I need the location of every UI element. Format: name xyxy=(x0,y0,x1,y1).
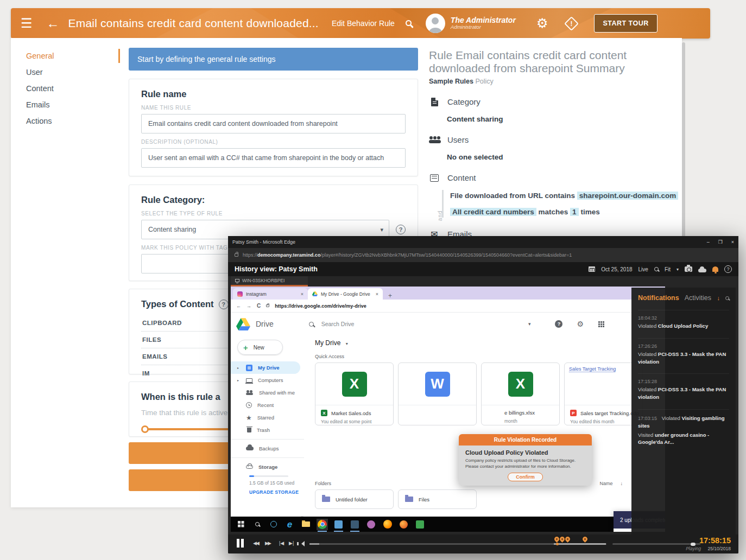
pause-button[interactable] xyxy=(237,539,244,548)
avatar[interactable] xyxy=(426,14,445,33)
sidebar-item-general[interactable]: General xyxy=(26,48,118,64)
apps-grid-icon[interactable] xyxy=(598,321,604,327)
start-button[interactable] xyxy=(235,519,246,530)
window-close-button[interactable]: × xyxy=(731,239,734,245)
drive-search[interactable]: Search Drive xyxy=(309,321,355,327)
confirm-button[interactable]: Confirm xyxy=(508,473,543,481)
prev-event-button[interactable]: |◀ xyxy=(279,540,284,546)
file-card-market-sales[interactable]: X XMarket Sales.ods You edited at some p… xyxy=(315,362,394,425)
sidebar-item-my-drive[interactable]: ▸ My Drive xyxy=(231,361,300,374)
back-nav-icon[interactable]: ← xyxy=(236,303,241,309)
breadcrumb: Edit Behavior Rule xyxy=(332,19,395,28)
fit-chevron-icon: ▾ xyxy=(677,267,679,272)
forward-nav-icon[interactable]: ← xyxy=(246,303,251,309)
draw-app-icon[interactable] xyxy=(365,519,377,530)
browser-ball-icon[interactable] xyxy=(398,519,409,530)
sidebar-item-recent[interactable]: Recent xyxy=(231,399,304,411)
screenshot-camera-icon[interactable] xyxy=(685,266,692,272)
notification-item[interactable]: 18:04:32 Violated Cloud Upload Policy xyxy=(638,310,729,330)
user-block[interactable]: The Administrator Administrator xyxy=(451,16,516,30)
rule-description-input[interactable]: User sent an email with a CC# that came … xyxy=(141,148,406,168)
sidebar-item-content[interactable]: Content xyxy=(26,80,118,97)
drive-logo-icon[interactable] xyxy=(236,318,250,330)
help-chat-icon[interactable]: ? xyxy=(724,265,732,273)
condition-url: File downloaded from URL contains sharep… xyxy=(450,190,687,201)
sidebar-item-actions[interactable]: Actions xyxy=(26,113,118,129)
search-icon[interactable] xyxy=(725,296,729,300)
edge-window-titlebar[interactable]: Patsy Smith - Microsoft Edge – ❐ × xyxy=(228,236,738,248)
sidebar-item-starred[interactable]: ★ Starred xyxy=(231,411,304,424)
violation-pin-icon[interactable] xyxy=(564,535,572,544)
new-button[interactable]: + New xyxy=(237,340,283,355)
rule-name-input[interactable]: Email contains credit card content downl… xyxy=(141,114,406,133)
help-icon[interactable]: ? xyxy=(396,225,406,234)
fit-select[interactable]: Fit xyxy=(665,266,671,272)
start-tour-button[interactable]: START TOUR xyxy=(594,14,657,33)
calendar-icon[interactable] xyxy=(589,266,595,272)
new-tab-button[interactable]: + xyxy=(388,292,392,300)
tab-close-icon[interactable]: × xyxy=(376,291,378,297)
slider-knob[interactable] xyxy=(141,425,149,433)
settings-gear-icon[interactable]: ⚙ xyxy=(536,16,548,31)
sort-down-icon[interactable]: ↓ xyxy=(717,295,720,301)
tab-notifications[interactable]: Notifications xyxy=(638,294,679,302)
volume-icon[interactable] xyxy=(299,541,305,546)
folder-card-untitled[interactable]: Untitled folder xyxy=(315,489,394,509)
drive-settings-icon[interactable]: ⚙ xyxy=(577,320,584,328)
violation-pin-icon[interactable] xyxy=(581,535,590,544)
window-restore-button[interactable]: ❐ xyxy=(718,239,723,245)
tab-close-icon[interactable]: × xyxy=(301,291,304,297)
help-icon[interactable]: ? xyxy=(219,300,229,309)
notification-item[interactable]: 17:03:15 Violated Visiting gambling site… xyxy=(638,409,729,446)
back-icon[interactable]: ← xyxy=(47,16,60,31)
drive-header: Drive Search Drive ▾ ? ⚙ xyxy=(231,313,665,335)
drive-url[interactable]: https://drive.google.com/drive/my-drive xyxy=(275,303,366,309)
next-event-button[interactable]: ▶| xyxy=(289,540,294,546)
drive-sidebar: + New ▸ My Drive ▸ Computers Shared with… xyxy=(231,335,304,532)
menu-icon[interactable]: ☰ xyxy=(21,16,33,31)
calc-app-icon[interactable] xyxy=(414,519,426,530)
search-icon[interactable] xyxy=(406,18,412,28)
tab-instagram[interactable]: Instagram × xyxy=(233,288,308,300)
warning-diamond-icon[interactable]: ! xyxy=(564,16,579,31)
zoom-icon[interactable] xyxy=(654,267,659,271)
fast-forward-button[interactable]: ▶▶ xyxy=(265,540,270,546)
edge-icon[interactable]: e xyxy=(284,519,295,530)
edge-address-bar[interactable]: https://democompany.teramind.co/player#/… xyxy=(228,248,738,262)
file-card-word-doc[interactable]: W xyxy=(398,362,477,425)
sort-control[interactable]: Name ↓ xyxy=(599,481,623,486)
computer-tab[interactable]: WIN-03SKHORBPEI xyxy=(231,276,308,287)
url-prefix: https:// xyxy=(243,252,257,258)
rewind-button[interactable]: ◀◀ xyxy=(253,540,258,546)
export-cloud-icon[interactable] xyxy=(698,269,706,272)
cortana-icon[interactable] xyxy=(268,519,279,530)
notification-item[interactable]: 17:15:28 Violated PCI-DSS 3.3 - Mask the… xyxy=(638,373,729,401)
search-options-chevron-icon[interactable]: ▾ xyxy=(528,321,531,327)
folder-card-files[interactable]: Files xyxy=(398,489,477,509)
sidebar-item-user[interactable]: User xyxy=(26,64,118,80)
sidebar-item-computers[interactable]: ▸ Computers xyxy=(231,374,304,386)
impress-app-icon[interactable] xyxy=(349,519,361,530)
file-explorer-icon[interactable] xyxy=(300,519,312,530)
session-date[interactable]: Oct 25, 2018 xyxy=(601,266,632,272)
sidebar-item-backups[interactable]: Backups xyxy=(231,442,304,455)
file-card-billings[interactable]: X e billings.xlsx month xyxy=(481,362,560,425)
tab-google-drive[interactable]: My Drive - Google Drive × xyxy=(308,288,383,300)
live-button[interactable]: Live xyxy=(638,266,648,272)
drive-help-icon[interactable]: ? xyxy=(555,320,562,328)
my-drive-heading[interactable]: My Drive ▾ xyxy=(315,339,348,347)
taskbar-search[interactable] xyxy=(251,519,263,530)
sidebar-item-emails[interactable]: Emails xyxy=(26,97,118,113)
sidebar-item-storage[interactable]: Storage xyxy=(231,461,304,473)
upgrade-storage-link[interactable]: UPGRADE STORAGE xyxy=(249,489,304,495)
tab-activities[interactable]: Activities xyxy=(685,294,711,302)
chrome-icon[interactable] xyxy=(317,519,328,530)
sidebar-item-shared[interactable]: Shared with me xyxy=(231,386,304,399)
window-minimize-button[interactable]: – xyxy=(707,239,710,245)
firefox-icon[interactable] xyxy=(382,519,393,530)
reload-icon[interactable]: C xyxy=(257,303,261,309)
writer-app-icon[interactable] xyxy=(333,519,344,530)
sidebar-item-trash[interactable]: Trash xyxy=(231,424,304,436)
alerts-bell-icon[interactable] xyxy=(712,266,718,272)
notification-item[interactable]: 17:26:26 Violated PCI-DSS 3.3 - Mask the… xyxy=(638,338,729,366)
